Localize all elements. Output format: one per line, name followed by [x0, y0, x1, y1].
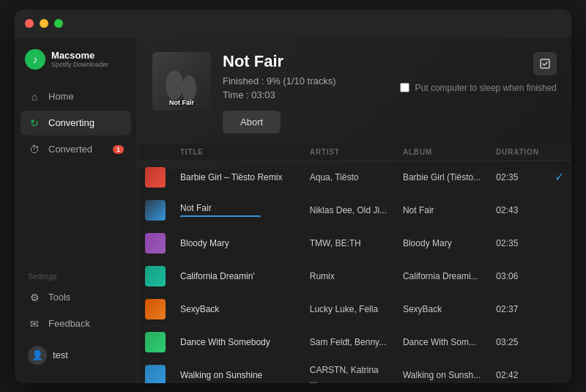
- user-name: test: [53, 350, 68, 360]
- row-thumb-cell: [138, 160, 173, 193]
- sidebar-logo: ♪ Macsome Spotify Downloader: [15, 43, 137, 81]
- row-duration-cell: 03:25: [489, 325, 547, 358]
- row-title-cell: Not Fair: [173, 193, 303, 226]
- export-icon-button[interactable]: [533, 52, 557, 75]
- row-title-text: Barbie Girl – Tiësto Remix: [180, 172, 282, 182]
- row-title-cell: Dance With Somebody: [173, 325, 303, 358]
- logo-text: Macsome Spotify Downloader: [51, 50, 108, 69]
- table-header-row: TITLE ARTIST ALBUM DURATION: [138, 144, 571, 161]
- row-album-cell: Dance With Som...: [396, 325, 489, 358]
- row-title-text: Walking on Sunshine: [180, 370, 262, 380]
- row-thumb-cell: [138, 292, 173, 325]
- sidebar: ♪ Macsome Spotify Downloader ⌂ Home ↻ Co…: [15, 37, 138, 383]
- sidebar-item-tools[interactable]: ⚙ Tools: [21, 285, 131, 310]
- row-status-cell: [547, 325, 571, 358]
- converted-icon: ⏱: [28, 144, 41, 155]
- row-status-cell: [547, 193, 571, 226]
- table-row[interactable]: Bloody MaryTMW, BE:THBloody Mary02:35: [138, 226, 571, 259]
- row-status-cell: [547, 292, 571, 325]
- svg-point-2: [166, 70, 183, 100]
- sidebar-item-converted[interactable]: ⏱ Converted 1: [21, 137, 131, 162]
- feedback-icon: ✉: [28, 318, 41, 330]
- row-album-cell: Bloody Mary: [396, 226, 489, 259]
- row-thumb-cell: [138, 193, 173, 226]
- logo-music-icon: ♪: [33, 53, 38, 65]
- done-checkmark-icon: ✓: [555, 171, 564, 183]
- row-title-cell: Barbie Girl – Tiësto Remix: [173, 160, 303, 193]
- row-album-cell: Walking on Sunsh...: [396, 358, 489, 383]
- close-button[interactable]: [25, 19, 34, 28]
- sidebar-item-feedback[interactable]: ✉ Feedback: [21, 311, 131, 336]
- row-album-cell: SexyBack: [396, 292, 489, 325]
- table-container[interactable]: TITLE ARTIST ALBUM DURATION Barbie Girl …: [138, 144, 571, 383]
- row-status-cell: [547, 226, 571, 259]
- row-status-cell: [547, 259, 571, 292]
- th-album: ALBUM: [396, 144, 489, 161]
- row-artist-cell: CARSTN, Katrina ...: [303, 358, 396, 383]
- row-album-cell: Barbie Girl (Tiësto...: [396, 160, 489, 193]
- maximize-button[interactable]: [54, 19, 63, 28]
- table-row[interactable]: California Dreamin'RumixCalifornia Dream…: [138, 259, 571, 292]
- export-icon: [539, 58, 551, 70]
- row-album-cell: Not Fair: [396, 193, 489, 226]
- track-thumbnail: [145, 200, 166, 221]
- track-thumbnail: [145, 332, 166, 352]
- panel-top-right: Put computer to sleep when finished: [400, 52, 557, 93]
- row-status-cell: ✓: [547, 160, 571, 193]
- home-icon: ⌂: [28, 91, 41, 103]
- track-thumbnail: [145, 167, 166, 188]
- user-avatar: 👤: [28, 346, 47, 365]
- row-title-text: SexyBack: [180, 304, 219, 314]
- track-thumbnail: [145, 233, 166, 254]
- table-row[interactable]: Walking on SunshineCARSTN, Katrina ...Wa…: [138, 358, 571, 383]
- converting-icon: ↻: [28, 117, 41, 129]
- row-title-text: Not Fair: [180, 203, 212, 213]
- tools-icon: ⚙: [28, 292, 41, 303]
- tools-label: Tools: [48, 292, 70, 303]
- track-thumbnail: [145, 365, 166, 383]
- abort-button[interactable]: Abort: [223, 111, 281, 133]
- th-thumb: [138, 144, 173, 161]
- table-row[interactable]: Dance With SomebodySam Feldt, Benny...Da…: [138, 325, 571, 358]
- track-table-body: Barbie Girl – Tiësto RemixAqua, TiëstoBa…: [138, 160, 571, 383]
- sidebar-nav: ⌂ Home ↻ Converting ⏱ Converted 1: [15, 81, 137, 263]
- right-panel: Not Fair Not Fair Finished : 9% (1/10 tr…: [138, 37, 571, 383]
- table-header: TITLE ARTIST ALBUM DURATION: [138, 144, 571, 161]
- row-title-cell: Bloody Mary: [173, 226, 303, 259]
- row-title-cell: California Dreamin': [173, 259, 303, 292]
- sidebar-item-converting[interactable]: ↻ Converting: [21, 111, 131, 136]
- sleep-checkbox-label[interactable]: Put computer to sleep when finished: [400, 83, 557, 93]
- logo-name: Macsome: [51, 50, 108, 62]
- row-duration-cell: 02:42: [489, 358, 547, 383]
- track-finished: Finished : 9% (1/10 tracks): [223, 75, 388, 86]
- sidebar-item-home[interactable]: ⌂ Home: [21, 84, 131, 109]
- feedback-label: Feedback: [48, 318, 90, 329]
- logo-icon: ♪: [25, 49, 45, 70]
- th-artist: ARTIST: [303, 144, 396, 161]
- track-table: TITLE ARTIST ALBUM DURATION Barbie Girl …: [138, 144, 571, 383]
- sidebar-bottom: Settings ⚙ Tools ✉ Feedback 👤 test: [15, 263, 137, 377]
- sidebar-home-label: Home: [48, 91, 74, 102]
- track-title: Not Fair: [223, 52, 388, 71]
- app-window: ♪ Macsome Spotify Downloader ⌂ Home ↻ Co…: [15, 10, 571, 383]
- track-thumbnail: [145, 266, 166, 286]
- row-thumb-cell: [138, 325, 173, 358]
- row-artist-cell: Lucky Luke, Fella: [303, 292, 396, 325]
- row-status-cell: [547, 358, 571, 383]
- table-row[interactable]: Barbie Girl – Tiësto RemixAqua, TiëstoBa…: [138, 160, 571, 193]
- user-section[interactable]: 👤 test: [21, 339, 131, 371]
- th-duration: DURATION: [489, 144, 547, 161]
- th-title: TITLE: [173, 144, 303, 161]
- main-content: ♪ Macsome Spotify Downloader ⌂ Home ↻ Co…: [15, 37, 571, 383]
- row-artist-cell: Niklas Dee, Old Ji...: [303, 193, 396, 226]
- row-artist-cell: TMW, BE:TH: [303, 226, 396, 259]
- logo-subtitle: Spotify Downloader: [51, 61, 108, 68]
- track-time: Time : 03:03: [223, 89, 388, 100]
- album-label: Not Fair: [152, 99, 211, 106]
- table-row[interactable]: SexyBackLucky Luke, FellaSexyBack02:37: [138, 292, 571, 325]
- title-bar: [15, 10, 571, 37]
- row-title-text: Dance With Somebody: [180, 337, 270, 347]
- minimize-button[interactable]: [40, 19, 48, 28]
- table-row[interactable]: Not FairNiklas Dee, Old Ji...Not Fair02:…: [138, 193, 571, 226]
- sleep-checkbox-input[interactable]: [400, 83, 409, 92]
